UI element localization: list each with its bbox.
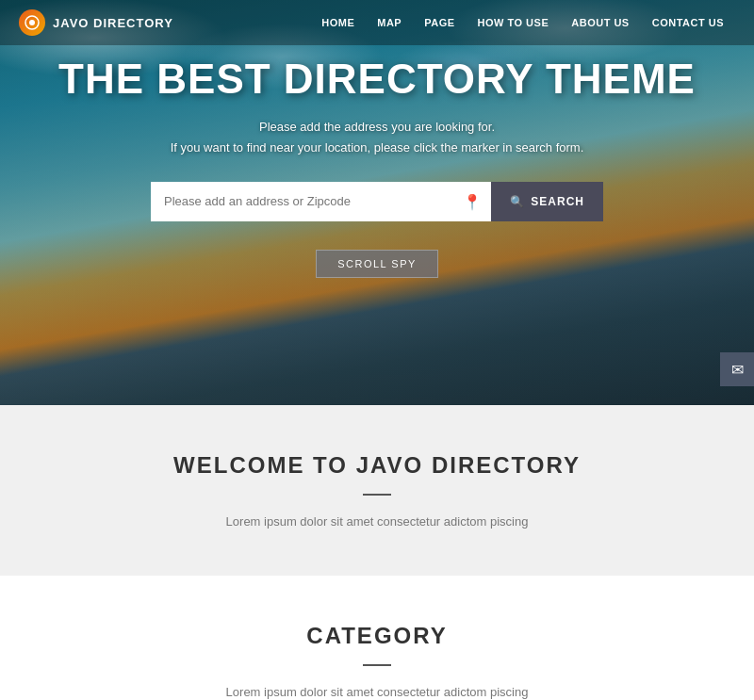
search-input-wrapper: 📍: [151, 182, 491, 221]
category-divider: [363, 664, 391, 666]
nav-howto[interactable]: HOW TO USE: [467, 0, 561, 45]
nav-map[interactable]: MAP: [366, 0, 413, 45]
svg-point-1: [29, 20, 35, 25]
email-icon: ✉: [731, 361, 744, 379]
search-button[interactable]: 🔍 SEARCH: [491, 182, 603, 221]
logo-text: JAVO DIRECTORY: [53, 16, 173, 30]
nav-page[interactable]: PAGE: [413, 0, 466, 45]
site-logo[interactable]: JAVO DIRECTORY: [19, 9, 173, 36]
welcome-text: Lorem ipsum dolor sit amet consectetur a…: [141, 514, 613, 529]
scroll-spy-button[interactable]: SCROLL SPY: [316, 250, 438, 278]
hero-subtitle-line2: If you want to find near your location, …: [171, 140, 584, 155]
search-icon: 🔍: [510, 195, 525, 208]
hero-subtitle-line1: Please add the address you are looking f…: [259, 120, 495, 134]
search-bar: 📍 🔍 SEARCH: [151, 182, 603, 221]
search-input[interactable]: [151, 182, 491, 221]
email-badge[interactable]: ✉: [720, 352, 754, 386]
scroll-spy-label: SCROLL SPY: [337, 258, 417, 269]
hero-subtitle: Please add the address you are looking f…: [171, 117, 584, 158]
category-section: CATEGORY Lorem ipsum dolor sit amet cons…: [0, 576, 754, 700]
hero-section: JAVO DIRECTORY HOME MAP PAGE HOW TO USE …: [0, 0, 754, 405]
location-icon: 📍: [463, 192, 482, 210]
nav-home[interactable]: HOME: [310, 0, 366, 45]
welcome-divider: [363, 494, 391, 496]
nav-about[interactable]: ABOUT US: [560, 0, 640, 45]
welcome-section: WELCOME TO JAVO DIRECTORY Lorem ipsum do…: [0, 405, 754, 576]
hero-title: THE BEST DIRECTORY THEME: [58, 57, 696, 102]
search-button-label: SEARCH: [531, 195, 584, 208]
nav-contact[interactable]: CONTACT US: [641, 0, 735, 45]
welcome-title: WELCOME TO JAVO DIRECTORY: [19, 452, 735, 479]
category-title: CATEGORY: [19, 623, 735, 649]
category-text: Lorem ipsum dolor sit amet consectetur a…: [141, 685, 613, 699]
navbar: JAVO DIRECTORY HOME MAP PAGE HOW TO USE …: [0, 0, 754, 45]
nav-menu: HOME MAP PAGE HOW TO USE ABOUT US CONTAC…: [310, 0, 735, 45]
logo-icon: [19, 9, 45, 36]
